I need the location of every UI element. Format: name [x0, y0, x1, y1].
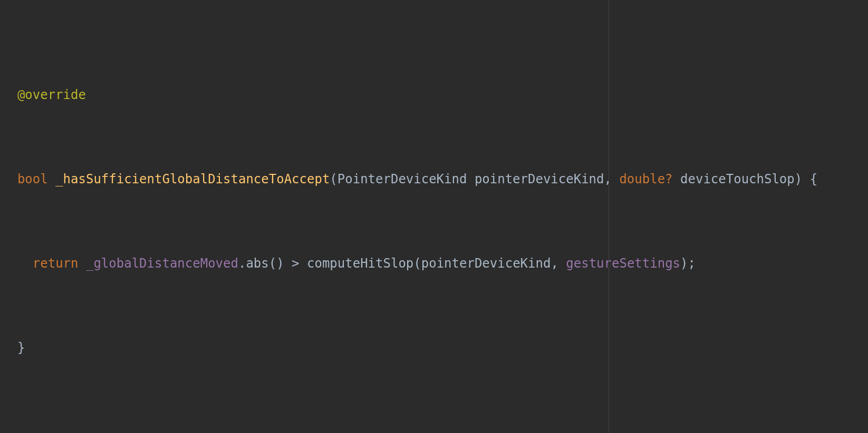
method: abs [246, 256, 268, 271]
type: double? [619, 172, 672, 186]
blank-line [2, 421, 868, 433]
annotation: @override [17, 87, 86, 102]
keyword-bool: bool [17, 172, 48, 186]
type: PointerDeviceKind [337, 172, 467, 186]
column-ruler [609, 0, 609, 433]
field: _globalDistanceMoved [86, 256, 238, 271]
code-line: return _globalDistanceMoved.abs() > comp… [2, 253, 868, 274]
function-name: _hasSufficientGlobalDistanceToAccept [55, 172, 330, 186]
code-editor[interactable]: @override bool _hasSufficientGlobalDista… [0, 0, 868, 433]
code-line: bool _hasSufficientGlobalDistanceToAccep… [2, 169, 868, 190]
field: gestureSettings [566, 256, 680, 271]
arg: pointerDeviceKind [421, 256, 551, 271]
param: pointerDeviceKind [475, 172, 604, 186]
param: deviceTouchSlop [680, 172, 795, 186]
call: computeHitSlop [307, 256, 413, 271]
keyword-return: return [33, 256, 79, 271]
code-line: @override [2, 84, 868, 105]
code-line: } [2, 337, 868, 358]
